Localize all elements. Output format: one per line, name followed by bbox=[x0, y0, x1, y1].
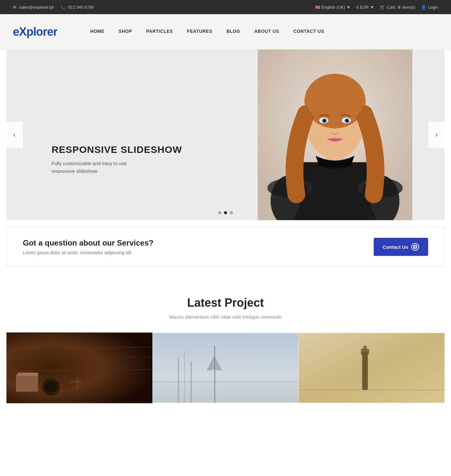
svg-rect-34 bbox=[178, 358, 179, 403]
svg-rect-41 bbox=[362, 352, 368, 390]
svg-rect-27 bbox=[16, 374, 38, 392]
services-banner: Got a question about our Services? Lorem… bbox=[6, 227, 445, 266]
latest-project-heading: Latest Project bbox=[6, 296, 445, 310]
nav-features[interactable]: FEATURES bbox=[180, 14, 219, 50]
header: eXplorer HOME SHOP PARTICLES FEATURES BL… bbox=[0, 14, 451, 50]
nav-blog[interactable]: BLOG bbox=[219, 14, 247, 50]
contact-btn-icon bbox=[411, 243, 419, 251]
hero-image bbox=[258, 50, 412, 220]
cart-icon: 🛒 bbox=[380, 5, 385, 10]
services-heading: Got a question about our Services? bbox=[23, 238, 153, 247]
phone-contact[interactable]: 📞 012 345 6789 bbox=[60, 5, 94, 10]
currency-selector[interactable]: € EUR ▼ bbox=[356, 5, 374, 10]
chevron-right-icon: › bbox=[435, 131, 437, 139]
svg-rect-35 bbox=[184, 352, 185, 403]
chevron-down-icon: ▼ bbox=[370, 5, 374, 10]
project-card-2-image bbox=[152, 332, 298, 403]
slide-title: RESPONSIVE SLIDESHOW bbox=[52, 144, 182, 155]
nav-particles[interactable]: PARTICLES bbox=[139, 14, 180, 50]
services-text: Got a question about our Services? Lorem… bbox=[23, 238, 153, 255]
slide-next-button[interactable]: › bbox=[428, 122, 445, 148]
top-bar-right: 🇬🇧 English (UK) ▼ € EUR ▼ 🛒 Cart: 0 Item… bbox=[315, 5, 438, 10]
svg-point-15 bbox=[323, 119, 326, 122]
latest-project-subtext: Mauris elementum nibh vitae velit tristi… bbox=[6, 314, 445, 320]
top-bar: ✉ sales@explorer.tpl 📞 012 345 6789 🇬🇧 E… bbox=[0, 0, 451, 14]
email-icon: ✉ bbox=[13, 5, 16, 10]
logo-x: X bbox=[19, 25, 26, 38]
svg-rect-43 bbox=[363, 346, 367, 351]
email-contact[interactable]: ✉ sales@explorer.tpl bbox=[13, 5, 54, 10]
svg-point-30 bbox=[45, 381, 56, 392]
logo-plorer: plorer bbox=[26, 25, 57, 38]
nav-home[interactable]: HOME bbox=[83, 14, 111, 50]
project-grid bbox=[6, 332, 445, 403]
svg-rect-28 bbox=[17, 373, 38, 376]
latest-project-section: Latest Project Mauris elementum nibh vit… bbox=[0, 274, 451, 413]
cart-button[interactable]: 🛒 Cart: 0 Item(s) bbox=[380, 5, 415, 10]
nav-shop[interactable]: SHOP bbox=[111, 14, 139, 50]
project-card-2[interactable] bbox=[152, 332, 298, 403]
chevron-left-icon: ‹ bbox=[13, 131, 15, 139]
slide-prev-button[interactable]: ‹ bbox=[6, 122, 23, 148]
nav-about[interactable]: ABOUT US bbox=[247, 14, 286, 50]
project-card-3-image bbox=[299, 332, 445, 403]
svg-point-16 bbox=[345, 119, 349, 122]
login-button[interactable]: 👤 Login bbox=[421, 5, 438, 10]
svg-point-10 bbox=[306, 75, 364, 124]
flag-icon: 🇬🇧 bbox=[315, 5, 320, 10]
logo[interactable]: eXplorer bbox=[13, 25, 57, 39]
user-icon: 👤 bbox=[421, 5, 426, 10]
project-card-1[interactable] bbox=[6, 332, 152, 403]
svg-rect-22 bbox=[6, 333, 152, 403]
main-nav: HOME SHOP PARTICLES FEATURES BLOG ABOUT … bbox=[83, 14, 331, 50]
project-card-3[interactable] bbox=[299, 332, 445, 403]
contact-us-button[interactable]: Contact Us bbox=[374, 238, 428, 256]
project-card-1-image bbox=[6, 332, 152, 403]
slide-dots bbox=[218, 211, 233, 214]
slide-dot-3[interactable] bbox=[230, 211, 233, 214]
slideshow: RESPONSIVE SLIDESHOW Fully customizable … bbox=[6, 50, 445, 220]
svg-rect-32 bbox=[76, 378, 79, 390]
svg-rect-40 bbox=[299, 333, 445, 403]
svg-rect-33 bbox=[152, 333, 298, 403]
top-bar-left: ✉ sales@explorer.tpl 📞 012 345 6789 bbox=[13, 5, 94, 10]
svg-rect-38 bbox=[214, 346, 215, 403]
language-selector[interactable]: 🇬🇧 English (UK) ▼ bbox=[315, 5, 350, 10]
chevron-down-icon: ▼ bbox=[346, 5, 350, 10]
slide-dot-2[interactable] bbox=[224, 211, 227, 214]
services-subtext: Lorem ipsum dolor sit amet, consectetur … bbox=[23, 250, 153, 255]
globe-icon bbox=[413, 245, 417, 249]
nav-contact[interactable]: CONTACT US bbox=[286, 14, 331, 50]
phone-icon: 📞 bbox=[60, 5, 65, 10]
woman-svg bbox=[258, 50, 412, 220]
slide-description: Fully customizable and easy to use respo… bbox=[52, 160, 182, 175]
slide-dot-1[interactable] bbox=[218, 211, 221, 214]
slide-content: RESPONSIVE SLIDESHOW Fully customizable … bbox=[52, 144, 182, 175]
logo-e: e bbox=[13, 25, 19, 38]
